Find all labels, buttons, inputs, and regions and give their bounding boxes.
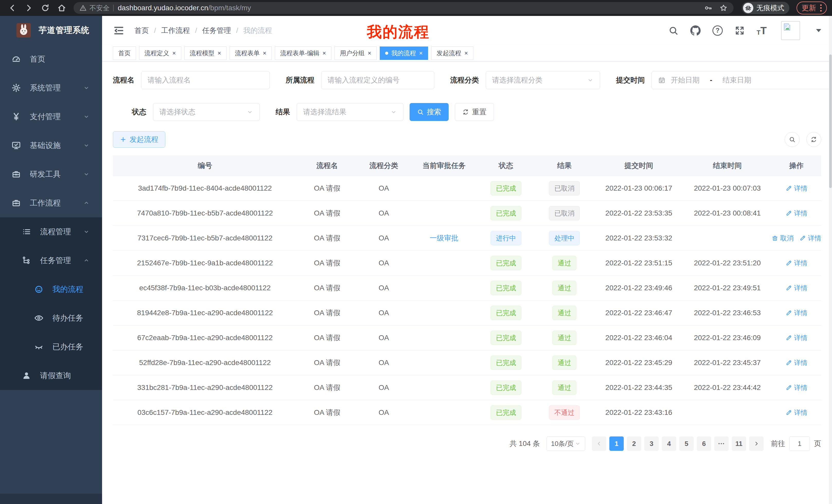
detail-action-link[interactable]: 详情	[785, 383, 808, 392]
detail-action-link[interactable]: 详情	[799, 234, 822, 243]
sidebar-fold-icon[interactable]	[113, 25, 125, 36]
browser-reload-button[interactable]	[40, 3, 50, 13]
status-badge: 已完成	[491, 181, 521, 195]
breadcrumb-item[interactable]: 首页	[134, 26, 149, 35]
browser-update-button[interactable]: 更新	[797, 2, 827, 15]
browser-back-button[interactable]	[7, 3, 18, 13]
status-select[interactable]: 请选择状态	[153, 103, 260, 121]
page-button-3[interactable]: 3	[644, 437, 659, 451]
help-icon[interactable]: ?	[712, 25, 723, 36]
submit-time-range-picker[interactable]: 开始日期 - 结束日期	[651, 71, 832, 89]
detail-action-link[interactable]: 详情	[785, 333, 808, 342]
start-date-placeholder: 开始日期	[671, 75, 700, 85]
key-icon[interactable]	[704, 4, 712, 12]
search-button[interactable]: 搜索	[410, 103, 449, 121]
sidebar-item-leave-query[interactable]: 请假查询	[0, 361, 102, 390]
user-icon	[22, 371, 31, 381]
process-name-input[interactable]	[141, 71, 270, 89]
face-icon	[34, 284, 44, 294]
github-icon[interactable]	[690, 25, 701, 36]
tab-close-icon[interactable]: ×	[368, 50, 371, 56]
tab-我的流程[interactable]: 我的流程×	[380, 47, 428, 60]
sidebar-item-done-task[interactable]: 已办任务	[0, 332, 102, 361]
show-search-button[interactable]	[785, 132, 800, 147]
page-button-2[interactable]: 2	[627, 437, 641, 451]
font-size-icon[interactable]: TT	[757, 25, 767, 36]
cell-actions: 详情	[772, 333, 821, 342]
cell-id: 52ffd28e-7b9a-11ec-a290-acde48001122	[113, 359, 297, 367]
sidebar-item-payment[interactable]: 支付管理	[0, 102, 102, 131]
sidebar-item-system[interactable]: 系统管理	[0, 74, 102, 102]
detail-action-link[interactable]: 详情	[785, 284, 808, 292]
tab-close-icon[interactable]: ×	[217, 50, 221, 56]
tab-流程表单[interactable]: 流程表单×	[230, 47, 272, 60]
cell-id: 3ad174fb-7b9d-11ec-8404-acde48001122	[113, 184, 297, 192]
url-path: /bpm/task/my	[208, 4, 251, 12]
page-scrollbar[interactable]	[829, 16, 832, 504]
browser-home-button[interactable]	[57, 3, 67, 13]
search-icon[interactable]	[668, 25, 678, 36]
bookmark-star-icon[interactable]	[719, 4, 728, 12]
scrollbar-thumb[interactable]	[829, 54, 832, 188]
breadcrumb-item[interactable]: 工作流程	[161, 26, 190, 35]
sidebar-item-devtools[interactable]: 研发工具	[0, 160, 102, 189]
tab-流程定义[interactable]: 流程定义×	[139, 47, 181, 60]
sidebar-item-infra[interactable]: 基础设施	[0, 131, 102, 160]
category-select[interactable]: 请选择流程分类	[486, 71, 600, 89]
refresh-table-button[interactable]	[806, 132, 821, 147]
cell-result: 通过	[534, 381, 594, 395]
sidebar-item-home[interactable]: 首页	[0, 45, 102, 74]
sidebar-item-workflow[interactable]: 工作流程	[0, 189, 102, 217]
address-bar[interactable]: 不安全 dashboard.yudao.iocoder.cn /bpm/task…	[74, 2, 733, 14]
cancel-action-link[interactable]: 取消	[772, 234, 794, 243]
detail-action-link[interactable]: 详情	[785, 309, 808, 317]
table-row: 03c6c157-7b9a-11ec-a290-acde48001122OA 请…	[113, 400, 821, 425]
tab-流程模型[interactable]: 流程模型×	[184, 47, 227, 60]
search-button-label: 搜索	[427, 107, 441, 117]
breadcrumb-item[interactable]: 任务管理	[202, 26, 231, 35]
tab-close-icon[interactable]: ×	[464, 50, 468, 56]
filter-form: 流程名 所属流程 流程分类 请选择流程分类	[113, 61, 821, 130]
detail-action-link[interactable]: 详情	[785, 358, 808, 367]
page-size-select[interactable]: 10条/页	[547, 437, 585, 451]
page-button-4[interactable]: 4	[662, 437, 676, 451]
tab-close-icon[interactable]: ×	[322, 50, 326, 56]
sidebar-item-process-mgmt[interactable]: 流程管理	[0, 217, 102, 246]
page-button-1[interactable]: 1	[609, 437, 624, 451]
detail-action-link[interactable]: 详情	[785, 209, 808, 218]
prev-page-button[interactable]	[592, 437, 606, 451]
result-select[interactable]: 请选择流结果	[297, 103, 404, 121]
sidebar-item-my-process[interactable]: 我的流程	[0, 275, 102, 304]
page-button-5[interactable]: 5	[679, 437, 694, 451]
fullscreen-icon[interactable]	[734, 25, 745, 36]
detail-action-link[interactable]: 详情	[785, 408, 808, 417]
browser-menu-icon[interactable]	[820, 4, 822, 11]
tab-发起流程[interactable]: 发起流程×	[431, 47, 473, 60]
avatar-caret-icon[interactable]	[816, 29, 821, 32]
detail-action-link[interactable]: 详情	[785, 259, 808, 268]
process-def-label: 所属流程	[286, 75, 314, 85]
sidebar-item-todo-task[interactable]: 待办任务	[0, 304, 102, 332]
detail-action-link[interactable]: 详情	[785, 184, 808, 193]
avatar[interactable]	[781, 21, 800, 40]
process-def-input[interactable]	[321, 71, 434, 89]
chevron-down-icon	[83, 171, 90, 177]
reset-button[interactable]: 重置	[455, 103, 494, 121]
tab-close-icon[interactable]: ×	[172, 50, 176, 56]
tab-close-icon[interactable]: ×	[419, 50, 423, 56]
goto-page-input[interactable]	[789, 437, 810, 451]
tab-流程表单-编辑[interactable]: 流程表单-编辑×	[275, 47, 331, 60]
sidebar-item-task-mgmt[interactable]: 任务管理	[0, 246, 102, 275]
tab-首页[interactable]: 首页	[113, 47, 136, 60]
next-page-button[interactable]	[749, 437, 763, 451]
start-process-button[interactable]: 发起流程	[113, 131, 165, 148]
page-button-6[interactable]: 6	[697, 437, 711, 451]
tab-close-icon[interactable]: ×	[263, 50, 266, 56]
column-header: 结果	[534, 161, 594, 171]
tab-用户分组[interactable]: 用户分组×	[335, 47, 377, 60]
page-button-11[interactable]: 11	[732, 437, 746, 451]
browser-forward-button[interactable]	[24, 3, 34, 13]
status-badge: 已完成	[491, 206, 521, 220]
tab-bar: 首页流程定义×流程模型×流程表单×流程表单-编辑×用户分组×我的流程×发起流程×	[102, 45, 832, 61]
current-task-link[interactable]: 一级审批	[430, 233, 459, 243]
